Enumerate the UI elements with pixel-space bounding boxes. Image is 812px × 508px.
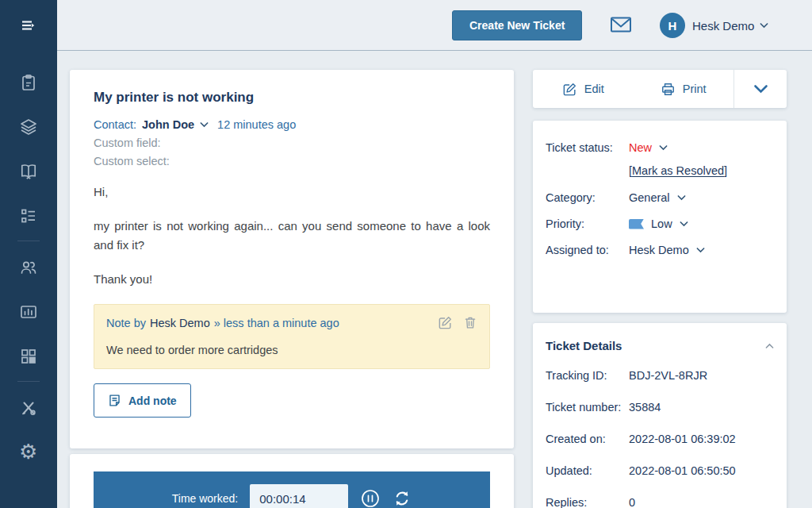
ticket-title: My printer is not working (94, 90, 490, 106)
detail-value: 2022-08-01 06:39:02 (629, 430, 736, 448)
refresh-icon[interactable] (393, 489, 412, 508)
sidebar: ⚙ (0, 0, 57, 508)
create-new-ticket-button[interactable]: Create New Ticket (452, 10, 582, 40)
user-menu[interactable]: Hesk Demo (692, 0, 768, 51)
sidebar-item-settings[interactable]: ⚙ (19, 441, 38, 460)
print-label: Print (683, 83, 707, 95)
add-note-label: Add note (128, 394, 177, 407)
status-label: Ticket status: (546, 141, 629, 154)
priority-flag-icon (629, 219, 644, 229)
detail-label: Replies: (546, 494, 629, 508)
priority-value: Low (651, 217, 672, 230)
priority-label: Priority: (546, 217, 629, 230)
chevron-down-icon (760, 22, 768, 29)
edit-icon (562, 82, 577, 97)
user-name: Hesk Demo (692, 19, 754, 33)
ticket-details-title: Ticket Details (546, 339, 622, 352)
detail-row: Updated: 2022-08-01 06:50:50 (546, 462, 774, 479)
detail-value: 2022-08-01 06:50:50 (629, 462, 736, 479)
created-ago: 12 minutes ago (217, 118, 296, 131)
chevron-down-icon (659, 144, 668, 151)
category-label: Category: (546, 191, 629, 204)
gear-icon: ⚙ (19, 440, 37, 464)
contact-label: Contact: (94, 118, 136, 131)
custom-field-label: Custom field: (94, 137, 490, 149)
chevron-down-icon (696, 247, 705, 253)
mark-as-resolved-link[interactable]: [Mark as Resolved] (629, 164, 727, 177)
detail-value: 35884 (629, 398, 661, 416)
layers-icon (19, 117, 38, 137)
message-body: my printer is not working again... can y… (94, 217, 490, 255)
assigned-label: Assigned to: (546, 244, 629, 256)
message-greeting: Hi, (94, 183, 490, 202)
time-worked-label: Time worked: (172, 492, 239, 505)
note-time: » less than a minute ago (214, 317, 339, 329)
clipboard-icon (19, 73, 38, 92)
add-note-button[interactable]: Add note (94, 383, 191, 418)
note-author: Hesk Demo (150, 317, 210, 329)
chevron-down-icon (200, 121, 209, 128)
detail-value: 0 (629, 494, 635, 508)
sidebar-item-tickets[interactable] (19, 73, 38, 92)
pause-icon[interactable] (360, 488, 381, 508)
sidebar-divider (17, 381, 40, 382)
chevron-down-icon (753, 84, 768, 94)
detail-label: Updated: (546, 462, 629, 479)
status-dropdown[interactable]: New (629, 141, 668, 154)
sidebar-item-modules[interactable] (19, 347, 38, 366)
contact-name: John Doe (142, 118, 194, 131)
detail-label: Tracking ID: (546, 367, 629, 384)
priority-dropdown[interactable]: Low (629, 217, 688, 230)
note-add-icon (108, 394, 121, 407)
sidebar-item-customers[interactable] (19, 258, 38, 277)
book-icon (19, 162, 38, 181)
sidebar-divider (17, 241, 40, 241)
time-worked-bar: Time worked: (94, 471, 490, 508)
note-text: We need to order more cartridges (106, 344, 477, 356)
people-icon (19, 258, 38, 277)
detail-label: Created on: (546, 430, 629, 448)
mail-icon[interactable] (610, 15, 632, 34)
detail-row: Created on: 2022-08-01 06:39:02 (546, 430, 774, 448)
menu-toggle-icon (19, 16, 38, 35)
sidebar-item-stacks[interactable] (19, 117, 38, 137)
time-worked-card: Time worked: (70, 454, 514, 508)
detail-value: BDJ-2VL-8RJR (629, 367, 707, 384)
more-actions-button[interactable] (734, 70, 787, 108)
time-worked-input[interactable] (250, 484, 348, 508)
print-icon (661, 82, 676, 97)
sidebar-item-knowledge-base[interactable] (19, 162, 38, 181)
edit-label: Edit (584, 83, 604, 95)
avatar[interactable]: H (660, 13, 685, 38)
status-value: New (629, 141, 652, 154)
assigned-value: Hesk Demo (629, 244, 689, 256)
sidebar-menu-toggle[interactable] (19, 16, 38, 35)
tools-pencil-icon (19, 398, 38, 418)
ticket-actions-toolbar: Edit Print (533, 70, 787, 108)
assigned-dropdown[interactable]: Hesk Demo (629, 244, 705, 256)
delete-note-icon[interactable] (463, 315, 477, 330)
bracket: ] (724, 164, 727, 177)
ticket-note: Note by Hesk Demo » less than a minute a… (94, 304, 490, 369)
edit-button[interactable]: Edit (533, 70, 634, 108)
checklist-icon (19, 206, 38, 225)
grid-icon (19, 347, 38, 366)
contact-dropdown[interactable]: John Doe (142, 118, 209, 131)
sidebar-item-reports[interactable] (19, 302, 38, 321)
edit-note-icon[interactable] (438, 315, 453, 330)
detail-label: Ticket number: (546, 398, 629, 416)
bar-chart-icon (19, 302, 38, 321)
detail-row: Ticket number: 35884 (546, 398, 774, 416)
chevron-down-icon (680, 221, 688, 227)
detail-row: Tracking ID: BDJ-2VL-8RJR (546, 367, 774, 384)
sidebar-item-tools[interactable] (19, 398, 38, 418)
category-dropdown[interactable]: General (629, 191, 686, 204)
custom-select-label: Custom select: (94, 155, 490, 167)
ticket-details-panel: Ticket Details Tracking ID: BDJ-2VL-8RJR… (533, 323, 787, 508)
print-button[interactable]: Print (634, 70, 734, 108)
note-by-label: Note by (106, 317, 146, 329)
chevron-down-icon (677, 194, 686, 201)
sidebar-item-canned-responses[interactable] (19, 206, 38, 225)
collapse-chevron-up-icon[interactable] (765, 343, 774, 349)
ticket-status-panel: Ticket status: New [Mark as Resolved] Ca… (533, 121, 787, 313)
